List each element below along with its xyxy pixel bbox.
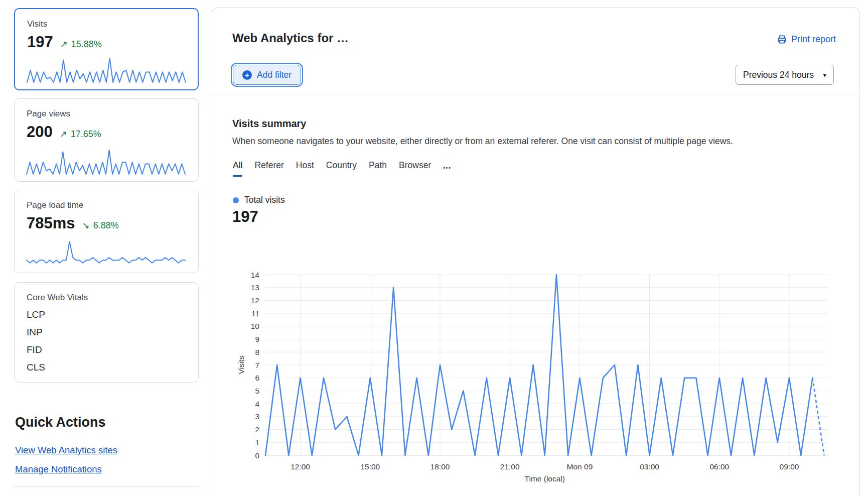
vitals-row-inp: INP [27, 327, 186, 338]
page-load-time-sparkline [26, 239, 186, 267]
svg-text:15:00: 15:00 [360, 462, 380, 471]
svg-text:3: 3 [255, 412, 259, 421]
svg-text:5: 5 [255, 387, 259, 395]
trend-up-arrow-icon: ↗ [60, 129, 67, 140]
svg-text:0: 0 [255, 451, 259, 460]
tab-path[interactable]: Path [369, 160, 387, 177]
time-range-dropdown[interactable]: Previous 24 hours ▾ [736, 65, 834, 85]
metric-value: 785ms [27, 214, 75, 232]
core-web-vitals-card: Core Web Vitals LCP INP FID CLS [14, 282, 199, 383]
metric-card-page-load-time[interactable]: Page load time 785ms ↘ 6.88% [14, 190, 199, 273]
total-visits-value: 197 [232, 208, 258, 226]
series-dot-icon [233, 197, 239, 203]
metric-label: Page load time [27, 200, 186, 210]
svg-text:21:00: 21:00 [500, 462, 520, 471]
vitals-row-lcp: LCP [27, 309, 186, 320]
vitals-label: INP [27, 327, 55, 338]
svg-text:9: 9 [255, 335, 259, 343]
tab-referer[interactable]: Referer [254, 160, 283, 177]
metric-card-page-views[interactable]: Page views 200 ↗ 17.65% [14, 98, 199, 182]
svg-text:6: 6 [255, 374, 259, 382]
svg-text:11: 11 [251, 309, 259, 318]
trend-badge: ↗ 17.65% [60, 129, 101, 140]
printer-icon [777, 35, 787, 44]
sidebar-divider [14, 486, 199, 486]
svg-text:14: 14 [251, 271, 260, 279]
manage-notifications-link[interactable]: Manage Notifications [15, 464, 102, 475]
web-analytics-panel: Web Analytics for … Print report + Add f… [212, 8, 859, 496]
trend-badge: ↗ 15.88% [60, 39, 102, 50]
svg-text:13: 13 [251, 283, 259, 292]
metric-label: Page views [27, 109, 186, 119]
metric-label: Visits [27, 19, 186, 29]
trend-percent: 15.88% [71, 39, 102, 50]
plus-circle-icon: + [242, 70, 252, 80]
svg-text:12:00: 12:00 [291, 462, 310, 471]
trend-down-arrow-icon: ↘ [82, 220, 90, 231]
svg-text:8: 8 [255, 348, 259, 356]
svg-text:Visits: Visits [237, 355, 245, 374]
time-range-value: Previous 24 hours [743, 70, 814, 80]
header-divider [212, 94, 859, 94]
metric-value: 200 [27, 123, 53, 141]
legend-total-visits[interactable]: Total visits [233, 195, 285, 205]
visits-line-chart: 0123456789101112131412:0015:0018:0021:00… [216, 267, 858, 492]
trend-up-arrow-icon: ↗ [60, 39, 68, 50]
tab-browser[interactable]: Browser [399, 160, 431, 177]
tab-all[interactable]: All [233, 160, 242, 177]
page-title: Web Analytics for … [232, 31, 349, 45]
metric-value: 197 [27, 33, 53, 51]
svg-text:Mon 09: Mon 09 [567, 462, 593, 471]
print-report-label: Print report [791, 34, 836, 45]
visits-summary-description: When someone navigates to your website, … [232, 136, 733, 147]
print-report-link[interactable]: Print report [777, 34, 836, 45]
svg-text:10: 10 [251, 322, 260, 330]
caret-down-icon: ▾ [823, 71, 826, 79]
view-web-analytics-sites-link[interactable]: View Web Analytics sites [15, 445, 117, 456]
trend-badge: ↘ 6.88% [82, 220, 119, 231]
vitals-label: LCP [27, 309, 55, 320]
svg-text:4: 4 [255, 400, 259, 408]
svg-text:12: 12 [251, 296, 259, 305]
add-filter-label: Add filter [257, 70, 292, 80]
vitals-label: FID [27, 344, 55, 355]
card-title: Core Web Vitals [27, 293, 186, 303]
ellipsis-icon[interactable]: ••• [443, 165, 451, 173]
visits-summary-heading: Visits summary [232, 118, 307, 130]
metric-card-visits[interactable]: Visits 197 ↗ 15.88% [14, 8, 199, 90]
trend-percent: 17.65% [71, 129, 101, 140]
svg-text:18:00: 18:00 [430, 462, 450, 471]
svg-text:1: 1 [255, 438, 259, 447]
svg-text:2: 2 [255, 425, 259, 434]
svg-text:06:00: 06:00 [709, 462, 729, 471]
vitals-row-cls: CLS [27, 362, 186, 373]
tab-country[interactable]: Country [326, 160, 357, 177]
legend-label: Total visits [244, 195, 285, 205]
page-views-sparkline [26, 148, 186, 175]
tab-host[interactable]: Host [296, 160, 314, 177]
svg-text:03:00: 03:00 [640, 462, 659, 471]
add-filter-button[interactable]: + Add filter [233, 65, 301, 85]
svg-text:09:00: 09:00 [780, 462, 799, 471]
svg-text:7: 7 [255, 361, 259, 369]
quick-actions-heading: Quick Actions [15, 415, 106, 430]
dimension-tabs: All Referer Host Country Path Browser ••… [233, 160, 451, 177]
visits-sparkline [26, 56, 187, 83]
svg-text:Time (local): Time (local) [525, 474, 565, 483]
vitals-row-fid: FID [27, 344, 186, 355]
trend-percent: 6.88% [93, 220, 119, 231]
vitals-label: CLS [27, 362, 55, 373]
